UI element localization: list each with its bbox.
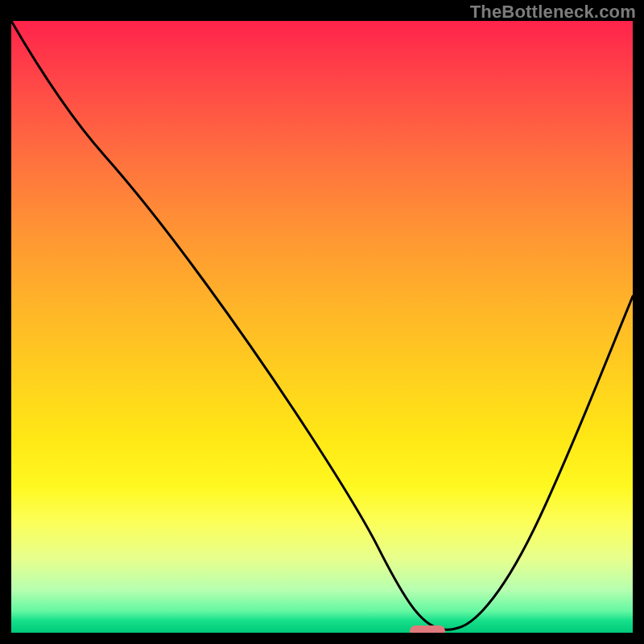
watermark-label: TheBottleneck.com [470,2,636,23]
chart-frame: TheBottleneck.com [0,0,644,644]
optimal-marker [410,625,445,633]
plot-area [11,21,633,633]
bottleneck-curve [11,21,633,633]
curve-path [11,21,633,630]
